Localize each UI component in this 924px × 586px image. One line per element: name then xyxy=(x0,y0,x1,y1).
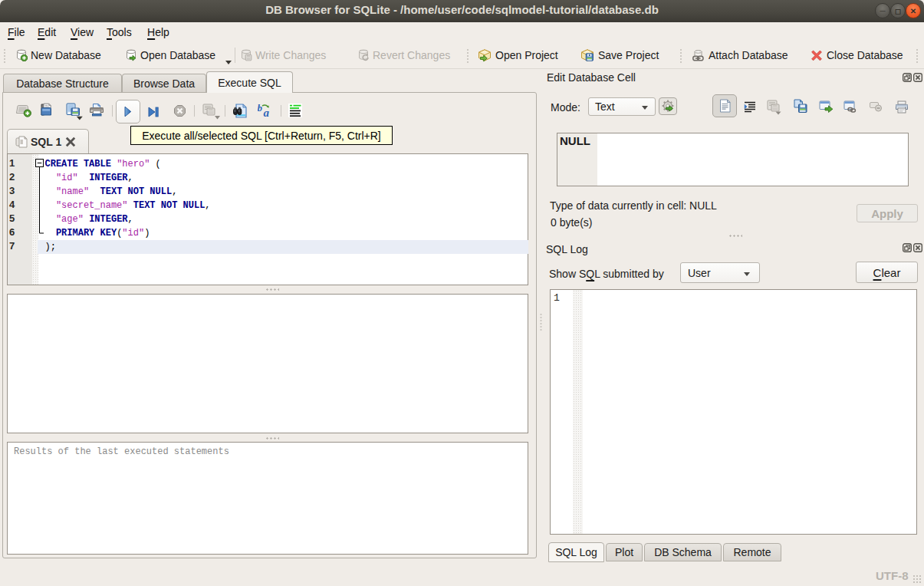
svg-text:a: a xyxy=(264,107,270,117)
svg-text:b: b xyxy=(258,103,263,114)
